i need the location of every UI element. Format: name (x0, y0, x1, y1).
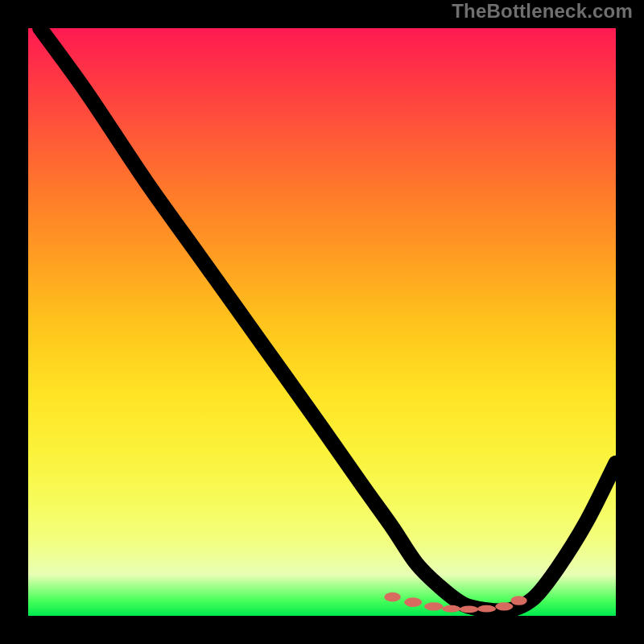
optimal-marker (510, 596, 526, 605)
watermark-text: TheBottleneck.com (452, 0, 633, 23)
bottleneck-curve (40, 28, 616, 611)
optimal-marker (404, 597, 422, 607)
chart-frame: TheBottleneck.com (0, 0, 644, 644)
optimal-marker (477, 605, 496, 613)
optimal-marker (495, 602, 513, 610)
curve-layer (28, 28, 616, 616)
optimal-marker (424, 602, 443, 610)
optimal-marker (442, 605, 460, 613)
plot-area (28, 28, 616, 616)
optimal-marker (460, 606, 478, 613)
optimal-marker (384, 592, 400, 602)
